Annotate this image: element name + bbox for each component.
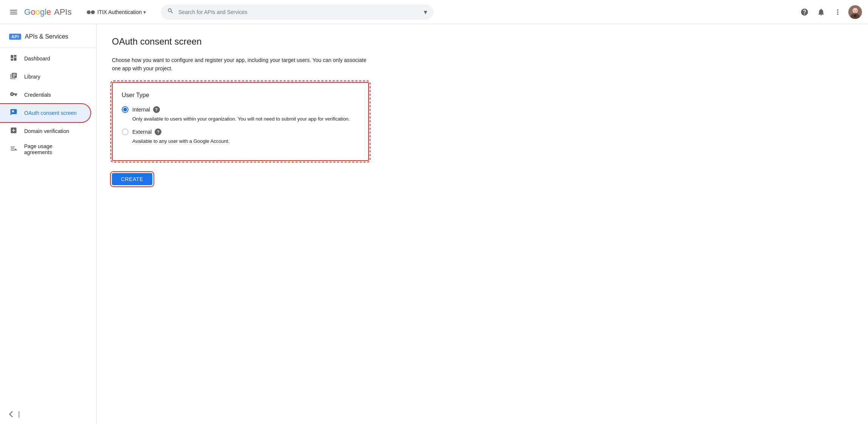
- internal-radio-label: Internal: [132, 107, 150, 113]
- sidebar-item-oauth-label: OAuth consent screen: [24, 110, 77, 116]
- user-avatar[interactable]: [848, 5, 862, 19]
- sidebar-item-credentials-label: Credentials: [24, 92, 51, 98]
- project-name: ITIX Authentication: [97, 9, 142, 15]
- project-selector[interactable]: ⬤⬤ ITIX Authentication ▾: [84, 8, 149, 17]
- library-icon: [9, 72, 18, 82]
- external-radio-label: External: [132, 129, 152, 135]
- project-dot-icon: ⬤⬤: [87, 10, 95, 14]
- external-radio-description: Available to any user with a Google Acco…: [132, 138, 359, 145]
- top-nav: Google APIs ⬤⬤ ITIX Authentication ▾ ▾: [0, 0, 868, 24]
- api-badge: API: [9, 34, 21, 40]
- external-help-icon[interactable]: ?: [155, 128, 161, 135]
- project-dropdown-icon: ▾: [143, 9, 146, 15]
- internal-radio-description: Only available to users within your orga…: [132, 115, 359, 123]
- notifications-button[interactable]: [814, 5, 829, 20]
- domain-verification-icon: [9, 127, 18, 136]
- sidebar-item-dashboard[interactable]: Dashboard: [0, 50, 90, 68]
- sidebar-divider: [0, 48, 96, 48]
- user-type-box: User Type Internal ? Only available to u…: [112, 82, 369, 161]
- search-input[interactable]: [178, 9, 424, 15]
- oauth-icon: [9, 108, 18, 118]
- sidebar-title: APIs & Services: [25, 33, 68, 40]
- search-dropdown-icon[interactable]: ▾: [424, 8, 427, 16]
- sidebar-item-page-usage-label: Page usage agreements: [24, 143, 81, 155]
- user-type-title: User Type: [122, 92, 359, 99]
- sidebar-bottom: |: [0, 404, 96, 424]
- credentials-icon: [9, 90, 18, 100]
- radio-option-internal: Internal ? Only available to users withi…: [122, 106, 359, 123]
- google-logo: Google: [24, 7, 51, 17]
- sidebar-item-library-label: Library: [24, 74, 40, 80]
- help-button[interactable]: [797, 5, 812, 20]
- svg-point-3: [854, 10, 854, 11]
- main-content: OAuth consent screen Choose how you want…: [97, 24, 868, 424]
- radio-option-external: External ? Available to any user with a …: [122, 128, 359, 145]
- main-layout: API APIs & Services Dashboard Library Cr…: [0, 24, 868, 424]
- search-icon: [167, 8, 174, 16]
- sidebar-item-page-usage[interactable]: Page usage agreements: [0, 140, 90, 158]
- create-button[interactable]: CREATE: [112, 173, 152, 185]
- internal-radio-button[interactable]: [122, 106, 129, 113]
- more-options-button[interactable]: [830, 5, 845, 20]
- external-radio-row: External ?: [122, 128, 359, 135]
- search-bar: ▾: [161, 5, 433, 20]
- sidebar-item-library[interactable]: Library: [0, 68, 90, 86]
- hamburger-menu[interactable]: [6, 5, 21, 20]
- external-radio-button[interactable]: [122, 128, 129, 135]
- page-title: OAuth consent screen: [112, 36, 853, 47]
- dashboard-icon: [9, 54, 18, 63]
- page-usage-icon: [9, 145, 18, 154]
- sidebar-item-dashboard-label: Dashboard: [24, 56, 50, 62]
- sidebar-item-credentials[interactable]: Credentials: [0, 86, 90, 104]
- internal-help-icon[interactable]: ?: [153, 106, 160, 113]
- sidebar-item-domain-verification[interactable]: Domain verification: [0, 122, 90, 140]
- internal-radio-row: Internal ?: [122, 106, 359, 113]
- sidebar-item-oauth[interactable]: OAuth consent screen: [0, 104, 90, 122]
- collapse-sidebar-button[interactable]: |: [9, 410, 87, 418]
- sidebar-header: API APIs & Services: [0, 27, 96, 46]
- sidebar-item-domain-verification-label: Domain verification: [24, 128, 69, 134]
- nav-right-actions: [797, 5, 862, 20]
- sidebar: API APIs & Services Dashboard Library Cr…: [0, 24, 97, 424]
- product-name: APIs: [54, 7, 71, 17]
- svg-point-4: [856, 10, 857, 11]
- page-description: Choose how you want to configure and reg…: [112, 56, 369, 73]
